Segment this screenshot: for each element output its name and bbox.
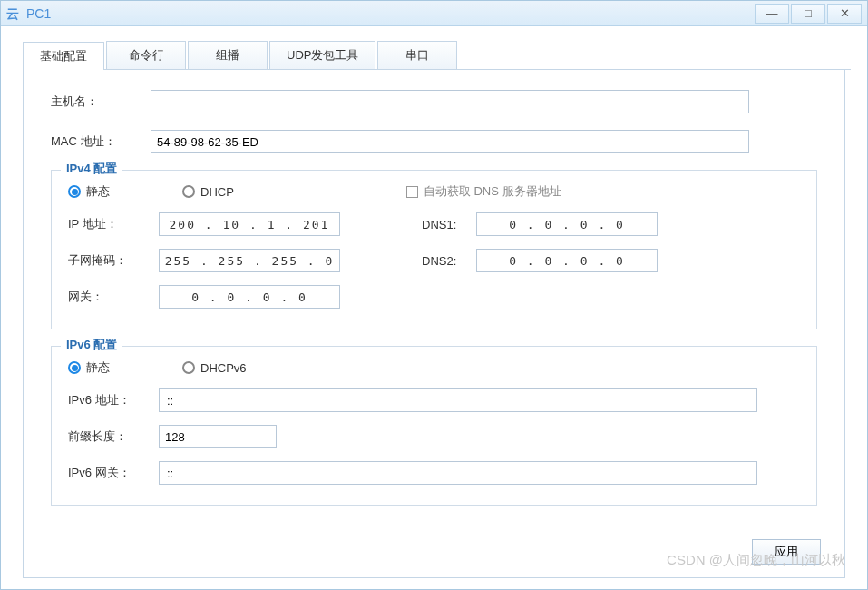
tab-command-line[interactable]: 命令行	[106, 41, 186, 69]
auto-dns-checkbox[interactable]: 自动获取 DNS 服务器地址	[406, 183, 561, 200]
ip-address-input[interactable]: 200 . 10 . 1 . 201	[159, 212, 340, 236]
tab-udp-tool[interactable]: UDP发包工具	[269, 41, 375, 69]
gateway-label: 网关：	[68, 289, 159, 305]
maximize-button[interactable]: □	[791, 4, 825, 24]
ipv6-prefix-row: 前缀长度：	[68, 425, 800, 448]
close-button[interactable]: ✕	[827, 4, 862, 24]
ipv6-prefix-label: 前缀长度：	[68, 428, 159, 445]
radio-unchecked-icon	[182, 185, 195, 198]
ipv6-gateway-input[interactable]	[159, 461, 757, 485]
mac-input[interactable]	[151, 130, 749, 153]
ipv4-legend: IPv4 配置	[61, 161, 122, 177]
window-title: PC1	[26, 6, 753, 21]
dns2-input[interactable]: 0 . 0 . 0 . 0	[476, 249, 658, 272]
config-panel: 主机名： MAC 地址： IPv4 配置 静态 DHCP	[23, 70, 845, 578]
ipv6-static-label: 静态	[86, 359, 110, 376]
app-icon: 云	[6, 6, 21, 21]
dns1-input[interactable]: 0 . 0 . 0 . 0	[476, 212, 658, 236]
mac-row: MAC 地址：	[51, 130, 817, 153]
dns1-label: DNS1:	[422, 218, 476, 231]
auto-dns-label: 自动获取 DNS 服务器地址	[424, 183, 561, 200]
ipv6-dhcpv6-radio[interactable]: DHCPv6	[182, 361, 247, 375]
ipv6-addr-label: IPv6 地址：	[68, 392, 159, 408]
titlebar: 云 PC1 — □ ✕	[1, 1, 867, 26]
ipv6-prefix-input[interactable]	[159, 425, 277, 448]
hostname-label: 主机名：	[51, 93, 151, 110]
hostname-row: 主机名：	[51, 90, 817, 113]
ipv6-addr-row: IPv6 地址：	[68, 388, 800, 412]
ipv6-legend: IPv6 配置	[61, 337, 122, 353]
subnet-mask-input[interactable]: 255 . 255 . 255 . 0	[159, 249, 340, 272]
ipv6-gw-row: IPv6 网关：	[68, 461, 800, 485]
ip-dns1-row: IP 地址： 200 . 10 . 1 . 201 DNS1: 0 . 0 . …	[68, 212, 800, 236]
ipv4-dhcp-radio[interactable]: DHCP	[182, 185, 234, 199]
tab-serial[interactable]: 串口	[377, 41, 457, 69]
minimize-button[interactable]: —	[755, 4, 789, 24]
ip-label: IP 地址：	[68, 216, 159, 232]
ipv6-gw-label: IPv6 网关：	[68, 465, 159, 481]
window-controls: — □ ✕	[753, 4, 862, 24]
hostname-input[interactable]	[151, 90, 749, 113]
ipv4-mode-row: 静态 DHCP 自动获取 DNS 服务器地址	[68, 183, 800, 200]
radio-unchecked-icon	[182, 361, 195, 374]
ipv4-dhcp-label: DHCP	[200, 185, 234, 199]
gateway-row: 网关： 0 . 0 . 0 . 0	[68, 285, 800, 309]
tab-basic-config[interactable]: 基础配置	[23, 42, 104, 70]
radio-checked-icon	[68, 361, 81, 374]
ipv4-fieldset: IPv4 配置 静态 DHCP 自动获取 DNS 服务器地址	[51, 170, 817, 329]
ipv6-mode-row: 静态 DHCPv6	[68, 359, 800, 376]
content-area: 基础配置 命令行 组播 UDP发包工具 串口 主机名： MAC 地址： IPv4…	[1, 26, 867, 590]
tab-multicast[interactable]: 组播	[188, 41, 268, 69]
ipv6-static-radio[interactable]: 静态	[68, 359, 110, 376]
dns2-label: DNS2:	[422, 254, 476, 268]
mask-dns2-row: 子网掩码： 255 . 255 . 255 . 0 DNS2: 0 . 0 . …	[68, 249, 800, 272]
ipv4-static-radio[interactable]: 静态	[68, 183, 110, 200]
tab-bar: 基础配置 命令行 组播 UDP发包工具 串口	[23, 41, 851, 70]
mac-label: MAC 地址：	[51, 133, 151, 150]
ipv4-static-label: 静态	[86, 183, 110, 200]
apply-button[interactable]: 应用	[752, 539, 821, 565]
mask-label: 子网掩码：	[68, 252, 159, 269]
ipv6-dhcpv6-label: DHCPv6	[200, 361, 247, 375]
app-window: 云 PC1 — □ ✕ 基础配置 命令行 组播 UDP发包工具 串口 主机名： …	[0, 0, 868, 590]
ipv6-fieldset: IPv6 配置 静态 DHCPv6 IPv6 地址：	[51, 346, 817, 506]
gateway-input[interactable]: 0 . 0 . 0 . 0	[159, 285, 340, 309]
ipv6-address-input[interactable]	[159, 388, 757, 412]
radio-checked-icon	[68, 185, 81, 198]
checkbox-icon	[406, 186, 418, 198]
